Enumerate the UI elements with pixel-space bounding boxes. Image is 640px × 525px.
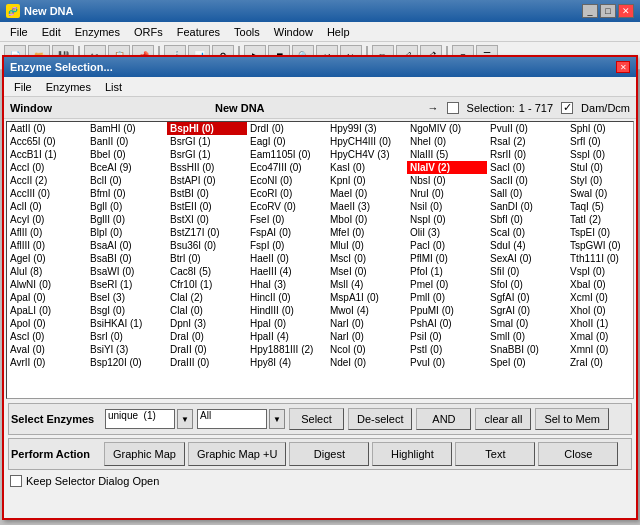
enzyme-cell[interactable]: BsrGI (1) (167, 135, 247, 148)
enzyme-cell[interactable]: BsrGI (1) (167, 148, 247, 161)
enzyme-cell[interactable]: MaeI (0) (327, 187, 407, 200)
menu-file[interactable]: File (4, 24, 34, 40)
window-checkbox[interactable] (447, 102, 459, 114)
enzyme-cell[interactable]: Eco47III (0) (247, 161, 327, 174)
enzyme-cell[interactable]: BssHII (0) (167, 161, 247, 174)
dialog-menu-file[interactable]: File (8, 79, 38, 95)
enzyme-cell[interactable]: ApaI (0) (7, 291, 87, 304)
enzyme-cell[interactable]: StuI (0) (567, 161, 633, 174)
enzyme-cell[interactable]: AccB1I (1) (7, 148, 87, 161)
enzyme-cell[interactable]: ScaI (0) (487, 226, 567, 239)
enzyme-cell[interactable]: MluI (0) (327, 239, 407, 252)
enzyme-cell[interactable]: MboI (0) (327, 213, 407, 226)
enzyme-cell[interactable]: NlaIII (5) (407, 148, 487, 161)
enzyme-cell[interactable]: SphI (0) (567, 122, 633, 135)
enzyme-cell[interactable]: NbsI (0) (407, 174, 487, 187)
enzyme-cell[interactable]: PfoI (1) (407, 265, 487, 278)
table-row[interactable]: ApoI (0)BsiHKAI (1)DpnI (3)HpaI (0)NarI … (7, 317, 633, 330)
table-row[interactable]: AccII (2)BclI (0)BstAPI (0)EcoNI (0)KpnI… (7, 174, 633, 187)
enzyme-cell[interactable]: TatI (2) (567, 213, 633, 226)
table-row[interactable]: AscI (0)BsrI (0)DraI (0)HpaII (4)NarI (0… (7, 330, 633, 343)
table-row[interactable]: ApaLI (0)BsgI (0)ClaI (0)HindIII (0)MwoI… (7, 304, 633, 317)
dialog-menu-enzymes[interactable]: Enzymes (40, 79, 97, 95)
enzyme-cell[interactable]: SwaI (0) (567, 187, 633, 200)
enzyme-cell[interactable]: BstZ17I (0) (167, 226, 247, 239)
enzyme-cell[interactable]: XhoI (0) (567, 304, 633, 317)
enzyme-cell[interactable]: SduI (4) (487, 239, 567, 252)
enzyme-cell[interactable]: BbeI (0) (87, 148, 167, 161)
enzyme-cell[interactable]: AvaI (0) (7, 343, 87, 356)
enzyme-cell[interactable]: HpyCH4III (0) (327, 135, 407, 148)
enzyme-cell[interactable]: NlaIV (2) (407, 161, 487, 174)
enzyme-cell[interactable]: ApaLI (0) (7, 304, 87, 317)
enzyme-cell[interactable]: FspAI (0) (247, 226, 327, 239)
enzyme-cell[interactable]: EcoRI (0) (247, 187, 327, 200)
enzyme-cell[interactable]: NgoMIV (0) (407, 122, 487, 135)
clear-all-button[interactable]: clear all (475, 408, 531, 430)
enzyme-cell[interactable]: SrfI (0) (567, 135, 633, 148)
minimize-button[interactable]: _ (582, 4, 598, 18)
enzyme-cell[interactable]: BclI (0) (87, 174, 167, 187)
enzyme-cell[interactable]: ClaI (0) (167, 304, 247, 317)
highlight-button[interactable]: Highlight (372, 442, 452, 466)
table-row[interactable]: Acc65I (0)BanII (0)BsrGI (1)EagI (0)HpyC… (7, 135, 633, 148)
enzyme-cell[interactable]: AcyI (0) (7, 213, 87, 226)
menu-edit[interactable]: Edit (36, 24, 67, 40)
maximize-button[interactable]: □ (600, 4, 616, 18)
enzyme-cell[interactable]: BceAI (9) (87, 161, 167, 174)
enzyme-cell[interactable]: PflMI (0) (407, 252, 487, 265)
graphic-map-button[interactable]: Graphic Map (104, 442, 185, 466)
enzyme-cell[interactable]: ApoI (0) (7, 317, 87, 330)
enzyme-cell[interactable]: SexAI (0) (487, 252, 567, 265)
enzyme-cell[interactable]: BseI (3) (87, 291, 167, 304)
enzyme-cell[interactable]: PmlI (0) (407, 291, 487, 304)
enzyme-cell[interactable]: BsrI (0) (87, 330, 167, 343)
enzyme-cell[interactable]: VspI (0) (567, 265, 633, 278)
enzyme-cell[interactable]: MslI (4) (327, 278, 407, 291)
enzyme-cell[interactable]: AflIII (0) (7, 239, 87, 252)
enzyme-cell[interactable]: NarI (0) (327, 317, 407, 330)
enzyme-cell[interactable]: BanII (0) (87, 135, 167, 148)
enzyme-cell[interactable]: EagI (0) (247, 135, 327, 148)
enzyme-cell[interactable]: FspI (0) (247, 239, 327, 252)
and-button[interactable]: AND (416, 408, 471, 430)
enzyme-cell[interactable]: BlpI (0) (87, 226, 167, 239)
table-row[interactable]: ApaI (0)BseI (3)ClaI (2)HincII (0)MspA1I… (7, 291, 633, 304)
enzyme-cell[interactable]: Bsp120I (0) (87, 356, 167, 369)
enzyme-cell[interactable]: KpnI (0) (327, 174, 407, 187)
enzyme-cell[interactable]: HincII (0) (247, 291, 327, 304)
enzyme-cell[interactable]: BsaAI (0) (87, 239, 167, 252)
enzyme-cell[interactable]: HaeII (0) (247, 252, 327, 265)
keep-open-checkbox[interactable] (10, 475, 22, 487)
enzyme-cell[interactable]: AccI (0) (7, 161, 87, 174)
table-row[interactable]: AluI (8)BsaWI (0)Cac8I (5)HaeIII (4)MseI… (7, 265, 633, 278)
unique-arrow[interactable]: ▼ (177, 409, 193, 429)
enzyme-cell[interactable]: MfeI (0) (327, 226, 407, 239)
enzyme-cell[interactable]: HindIII (0) (247, 304, 327, 317)
enzyme-cell[interactable]: NspI (0) (407, 213, 487, 226)
enzyme-cell[interactable]: BsaBI (0) (87, 252, 167, 265)
enzyme-cell[interactable]: DrdI (0) (247, 122, 327, 135)
enzyme-cell[interactable]: Bsu36I (0) (167, 239, 247, 252)
enzyme-cell[interactable]: SgrAI (0) (487, 304, 567, 317)
enzyme-cell[interactable]: SnaBBI (0) (487, 343, 567, 356)
enzyme-cell[interactable]: BstXI (0) (167, 213, 247, 226)
menu-enzymes[interactable]: Enzymes (69, 24, 126, 40)
table-row[interactable]: AccIII (0)BfmI (0)BstBI (0)EcoRI (0)MaeI… (7, 187, 633, 200)
close-action-button[interactable]: Close (538, 442, 618, 466)
enzyme-cell[interactable]: Hpy1881III (2) (247, 343, 327, 356)
enzyme-cell[interactable]: RsrII (0) (487, 148, 567, 161)
enzyme-cell[interactable]: Tth111I (0) (567, 252, 633, 265)
enzyme-cell[interactable]: PpuMI (0) (407, 304, 487, 317)
unique-input[interactable]: unique (1) (105, 409, 175, 429)
menu-features[interactable]: Features (171, 24, 226, 40)
enzyme-cell[interactable]: BstEII (0) (167, 200, 247, 213)
enzyme-cell[interactable]: AatII (0) (7, 122, 87, 135)
table-row[interactable]: AgeI (0)BsaBI (0)BtrI (0)HaeII (0)MscI (… (7, 252, 633, 265)
enzyme-cell[interactable]: XmnI (0) (567, 343, 633, 356)
enzyme-cell[interactable]: AgeI (0) (7, 252, 87, 265)
enzyme-cell[interactable]: ClaI (2) (167, 291, 247, 304)
enzyme-cell[interactable]: PshAI (0) (407, 317, 487, 330)
enzyme-cell[interactable]: Cac8I (5) (167, 265, 247, 278)
enzyme-cell[interactable]: PvuII (0) (487, 122, 567, 135)
